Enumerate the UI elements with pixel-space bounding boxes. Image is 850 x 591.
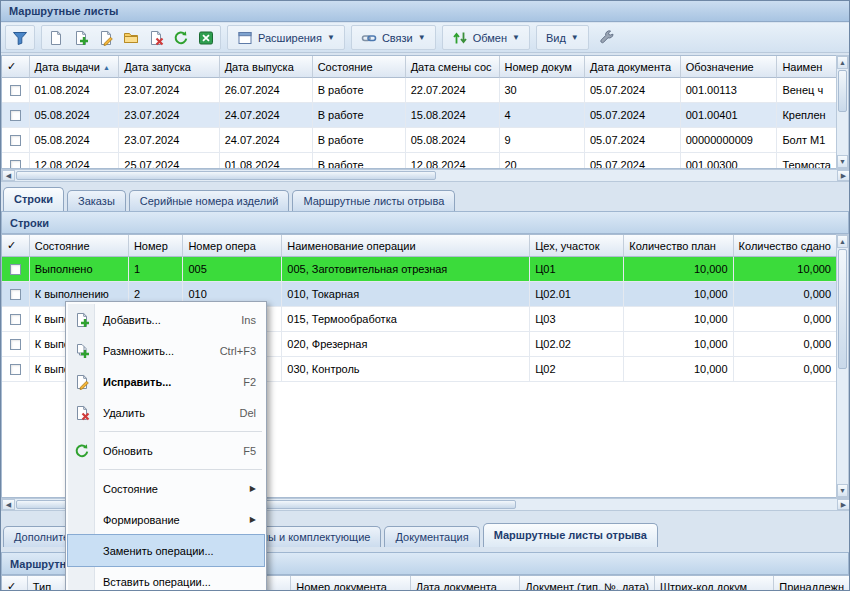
horizontal-scrollbar[interactable]: ◀ ▶ [1,169,850,182]
cell[interactable]: 22.07.2024 [406,78,500,103]
cell[interactable]: 10,000 [624,357,733,382]
col-launch-date[interactable]: Дата запуска [119,56,219,78]
menu-item-add[interactable]: Добавить... Ins [68,304,264,335]
col-doc-full[interactable]: Документ (тип, №, дата) [520,576,655,591]
cell[interactable]: Венец ч [777,78,837,103]
cell[interactable]: Ц02 [530,357,624,382]
cell[interactable]: Ц01 [530,257,624,282]
scrollbar-thumb[interactable] [838,249,847,369]
row-checkbox[interactable] [10,85,21,96]
cell[interactable]: 015, Термообработка [282,307,530,332]
col-op-number[interactable]: Номер опера [183,235,282,257]
table-row-selected[interactable]: 05.08.2024 23.07.2024 24.07.2024 В работ… [2,103,837,128]
menu-item-insert-operations[interactable]: Вставить операции... [68,566,264,591]
col-barcode[interactable]: Штрих-код докум [655,576,774,591]
cell[interactable]: 12.08.2024 [30,153,120,169]
row-checkbox[interactable] [10,339,21,350]
select-all-header[interactable]: ✓ [2,576,28,591]
tab-orders[interactable]: Заказы [67,190,126,211]
select-all-header[interactable]: ✓ [2,235,30,257]
cell[interactable]: 25.07.2024 [119,153,219,169]
cell[interactable]: 10,000 [624,282,733,307]
cell[interactable]: 010, Токарная [282,282,530,307]
cell[interactable]: 9 [500,128,585,153]
cell[interactable]: 26.07.2024 [220,78,313,103]
cell[interactable] [2,332,30,357]
col-doc-number[interactable]: Номер докум [500,56,585,78]
cell[interactable]: 001.00300 [681,153,778,169]
cell[interactable]: Ц02.01 [530,282,624,307]
open-button[interactable] [119,27,143,48]
add-button[interactable] [69,27,93,48]
col-qty-plan[interactable]: Количество план [624,235,733,257]
cell[interactable]: 10,000 [624,257,733,282]
cell[interactable]: 01.08.2024 [220,153,313,169]
row-checkbox[interactable] [10,264,21,275]
table-row[interactable]: 01.08.2024 23.07.2024 26.07.2024 В работ… [2,78,837,103]
row-checkbox[interactable] [10,135,21,146]
col-qty-done[interactable]: Количество сдано [734,235,837,257]
col-state[interactable]: Состояние [313,56,406,78]
scroll-down-button[interactable]: ▼ [837,155,848,168]
cell[interactable]: 0,000 [734,282,837,307]
menu-item-replace-operations[interactable]: Заменить операции... [68,535,264,566]
table-row[interactable]: 12.08.2024 25.07.2024 01.08.2024 В работ… [2,153,837,169]
cell[interactable]: Выполнено [30,257,129,282]
cell[interactable]: 20 [500,153,585,169]
menu-item-state[interactable]: Состояние ▶ [68,473,264,504]
exchange-dropdown[interactable]: Обмен ▼ [445,27,527,48]
scroll-right-button[interactable]: ▶ [837,499,850,510]
excel-export-button[interactable] [194,27,218,48]
edit-button[interactable] [94,27,118,48]
table-row[interactable]: 05.08.2024 23.07.2024 24.07.2024 В работ… [2,128,837,153]
row-checkbox[interactable] [10,110,21,121]
cell[interactable] [2,103,30,128]
cell[interactable] [2,153,30,169]
cell[interactable]: 05.07.2024 [585,103,681,128]
menu-item-refresh[interactable]: Обновить F5 [68,435,264,466]
cell[interactable]: 01.08.2024 [30,78,120,103]
cell[interactable]: 24.07.2024 [220,128,313,153]
cell[interactable]: 05.08.2024 [406,128,500,153]
cell[interactable]: Термоста [777,153,837,169]
cell[interactable]: Болт М1 [777,128,837,153]
scroll-left-button[interactable]: ◀ [2,170,15,181]
settings-wrench-button[interactable] [595,27,619,48]
cell[interactable]: 05.07.2024 [585,153,681,169]
cell[interactable] [2,78,30,103]
cell[interactable]: 001.00401 [681,103,778,128]
col-doc-date[interactable]: Дата документа [585,56,681,78]
cell[interactable]: 00000000009 [681,128,778,153]
cell[interactable]: 23.07.2024 [119,78,219,103]
cell[interactable]: Ц03 [530,307,624,332]
col-op-name[interactable]: Наименование операции [282,235,530,257]
cell[interactable]: 10,000 [624,332,733,357]
cell[interactable]: 10,000 [734,257,837,282]
links-dropdown[interactable]: Связи ▼ [354,27,433,48]
cell[interactable]: 001.00113 [681,78,778,103]
col-op-state[interactable]: Состояние [30,235,129,257]
tab-tearoff-sheets[interactable]: Маршрутные листы отрыва [292,190,455,211]
refresh-button[interactable] [169,27,193,48]
cell[interactable]: Креплен [777,103,837,128]
cell[interactable]: 0,000 [734,357,837,382]
col-workshop[interactable]: Цех, участок [530,235,624,257]
tab-serial-numbers[interactable]: Серийные номера изделий [129,190,290,211]
col-number[interactable]: Номер [129,235,183,257]
cell[interactable]: В работе [313,128,406,153]
cell[interactable]: 15.08.2024 [406,103,500,128]
scroll-down-button[interactable]: ▼ [837,484,848,497]
col-issue-date[interactable]: Дата выдачи▲ [30,56,120,78]
cell[interactable]: 12.08.2024 [406,153,500,169]
col-belonging[interactable]: Принадлежн [774,576,850,591]
col-doc-date[interactable]: Дата документа [411,576,521,591]
cell[interactable]: 020, Фрезерная [282,332,530,357]
scroll-up-button[interactable]: ▲ [837,235,848,248]
cell[interactable]: 030, Контроль [282,357,530,382]
cell[interactable]: Ц02.02 [530,332,624,357]
scroll-right-button[interactable]: ▶ [837,170,850,181]
tab-documentation[interactable]: Документация [384,526,479,547]
cell[interactable] [2,257,30,282]
scroll-up-button[interactable]: ▲ [837,56,848,69]
cell[interactable]: 005 [183,257,282,282]
